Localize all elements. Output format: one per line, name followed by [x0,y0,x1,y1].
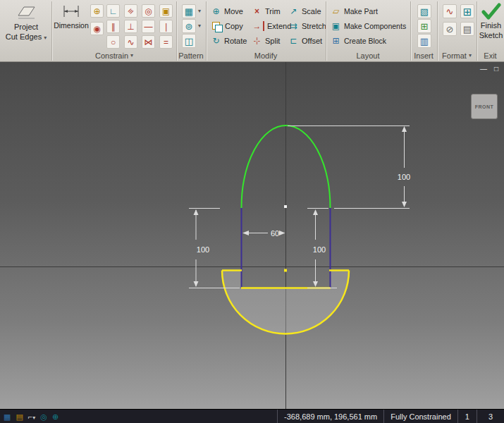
show-constraints-icon[interactable]: ◉ [90,22,104,35]
dimension-icon [62,3,80,20]
make-components-icon: ▣ [331,21,341,31]
acad-import-button[interactable]: ▥ [417,33,431,48]
circle-center-point[interactable] [284,269,287,272]
tangent-constraint-icon[interactable]: ○ [106,35,120,49]
make-components-button[interactable]: ▣ Make Components [331,18,406,33]
dimension-left-100[interactable]: 100 [194,209,210,287]
sketch-view: 100 100 100 [0,62,504,409]
make-part-icon: ▱ [331,6,341,16]
pattern-panel: ▦ ▾ ⊚ ▾ ◫ [182,4,201,48]
dropdown-icon[interactable]: ▾ [198,23,201,29]
project-cut-edges-button[interactable]: Project Cut Edges ▾ [3,3,49,41]
finish-sketch-button[interactable]: Finish Sketch [478,3,504,39]
trim-button[interactable]: × Trim [252,4,291,18]
mirror-icon: ◫ [182,34,196,48]
minimize-icon[interactable]: — [480,65,487,73]
create-block-icon: ⊞ [331,36,341,46]
acad-import-icon: ▥ [417,34,431,48]
dimension-button[interactable]: Dimension [54,3,89,30]
dimension-right-100[interactable]: 100 [398,126,410,207]
copy-icon [212,22,220,30]
insert-image-button[interactable]: ▧ [417,4,431,18]
scale-button[interactable]: ↗ Scale [288,4,326,18]
import-points-icon: ⊞ [417,19,431,33]
ellipse-center-point[interactable] [284,205,287,208]
status-bar: ▦ ▤ ⌐▾ ◎ ⊕ -368,689 mm, 196,561 mm Fully… [0,409,504,423]
parallel-constraint-icon[interactable]: ∥ [106,20,120,33]
selection-filter-icon[interactable]: ⌐▾ [28,410,35,423]
extend-button[interactable]: → Extend [252,18,291,33]
dropdown-icon[interactable]: ▾ [198,8,201,14]
move-icon: ⊕ [211,6,221,16]
centerline-icon[interactable]: ⊞ [460,4,474,18]
modify-col-3: ↗ Scale ⇉ Stretch ⊏ Offset [288,4,326,48]
status-field-dimensions: 1 [457,410,477,423]
mirror-button[interactable]: ◫ [182,33,201,48]
modify-panel-label[interactable]: Modify [206,50,326,61]
constraint-status: Fully Constrained [383,410,457,423]
exit-panel-label[interactable]: Exit [477,50,504,61]
stretch-button[interactable]: ⇉ Stretch [288,18,326,33]
auto-dimension-icon[interactable]: ⊕ [90,4,104,18]
center-point-icon[interactable]: ⊘ [443,22,457,36]
concentric-constraint-icon[interactable]: ◎ [142,4,155,18]
finish-label-1: Finish [481,21,501,30]
dimension-middle-100[interactable]: 100 [313,209,326,287]
offset-button[interactable]: ⊏ Offset [288,33,326,48]
viewcube-front-face[interactable]: FRONT [471,94,498,119]
modify-col-1: ⊕ Move Copy ↻ Rotate [211,4,247,48]
document-window-controls: — □ [480,65,498,73]
driven-dimension-icon[interactable]: ▤ [460,22,474,36]
constrain-panel-label[interactable]: Constrain ▾ [52,50,176,61]
symmetric-constraint-icon[interactable]: ⋈ [142,35,155,49]
stretch-icon: ⇉ [288,21,299,31]
graphics-window[interactable]: 100 100 100 [0,62,504,409]
perpendicular-constraint-icon[interactable]: ⊥ [124,20,137,33]
rotate-icon: ↻ [211,36,221,46]
insert-panel-label[interactable]: Insert [410,50,437,61]
rotate-button[interactable]: ↻ Rotate [211,33,247,48]
dimension-text: 100 [398,173,410,181]
format-panel: ∿ ⊞ ⊘ ▤ [443,4,474,36]
fix-constraint-icon[interactable]: ▣ [159,4,173,18]
restore-icon[interactable]: □ [494,65,498,73]
dimension-text: 100 [313,245,326,254]
snap-grid-icon[interactable]: ▦ [4,410,11,423]
pan-icon[interactable]: ⊕ [52,410,59,423]
coincident-constraint-icon[interactable]: ∟ [106,4,120,18]
equal-constraint-icon[interactable]: = [159,35,173,49]
circular-pattern-button[interactable]: ⊚ ▾ [182,18,201,33]
dimension-width-60[interactable]: 60 [242,229,285,238]
sketch-grid-icon[interactable]: ▤ [16,410,23,423]
measure-icon[interactable]: ◎ [40,410,47,423]
project-label-1: Project [14,23,38,31]
dimension-text: 100 [197,245,209,254]
split-button[interactable]: -¦- Split [252,33,291,48]
extend-icon: → [252,21,264,31]
construction-line-icon[interactable]: ∿ [443,4,457,18]
dropdown-icon[interactable]: ▾ [469,53,472,59]
move-button[interactable]: ⊕ Move [211,4,247,18]
format-panel-label[interactable]: Format ▾ [437,50,477,61]
dropdown-icon[interactable]: ▾ [130,53,133,59]
constrain-tools-column: ⊕ ◉ [90,4,104,35]
collinear-constraint-icon[interactable]: ≡ [124,4,137,18]
layout-panel-label[interactable]: Layout [326,50,410,61]
vertical-constraint-icon[interactable]: ∣ [159,20,173,33]
rectangular-pattern-button[interactable]: ▦ ▾ [182,4,201,18]
project-label-2: Cut Edges ▾ [6,32,47,41]
make-part-button[interactable]: ▱ Make Part [331,4,406,18]
copy-button[interactable]: Copy [211,18,247,33]
horizontal-constraint-icon[interactable]: — [142,20,155,33]
scale-icon: ↗ [288,6,299,16]
smooth-constraint-icon[interactable]: ∿ [124,35,137,49]
trim-icon: × [252,6,262,16]
create-block-button[interactable]: ⊞ Create Block [331,33,406,48]
dropdown-icon[interactable]: ▾ [44,35,47,41]
offset-icon: ⊏ [288,36,299,46]
import-points-button[interactable]: ⊞ [417,18,431,33]
rectangular-pattern-icon: ▦ [182,4,196,18]
status-bar-tools: ▦ ▤ ⌐▾ ◎ ⊕ [0,410,277,423]
pattern-panel-label[interactable]: Pattern [176,50,206,61]
finish-label-2: Sketch [479,31,503,39]
